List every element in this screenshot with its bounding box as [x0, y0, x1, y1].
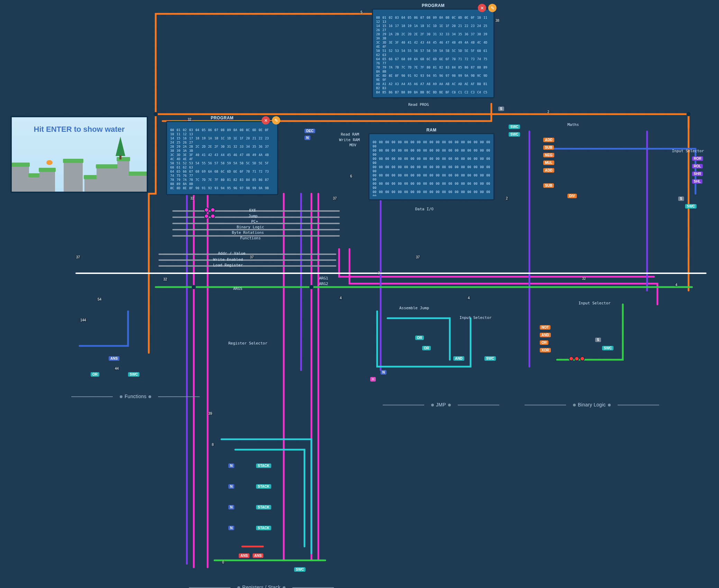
chip-and[interactable]: AND	[453, 356, 464, 361]
chip-ans[interactable]: ANS	[253, 553, 263, 558]
chip-swc[interactable]: SWC	[128, 372, 139, 377]
chip-swc[interactable]: SWC	[484, 356, 496, 361]
chip-n[interactable]: N	[381, 370, 386, 375]
chip-ror[interactable]: ROR	[692, 156, 703, 161]
chip-n[interactable]: N	[228, 505, 234, 509]
svg-point-1	[686, 112, 691, 116]
chip-sub[interactable]: SUB	[543, 183, 554, 188]
svg-point-3	[309, 285, 313, 289]
game-preview: Hit ENTER to show water	[10, 116, 148, 193]
bus-label: Byte Rotations	[232, 230, 264, 235]
bus-label: Maths	[567, 122, 579, 127]
chip-n[interactable]: N	[228, 484, 234, 489]
game-message: Hit ENTER to show water	[12, 125, 147, 134]
hex-grid-left: 00 01 02 03 04 05 06 07 08 09 0A 0B 0C 0…	[170, 128, 274, 191]
wire-number: 4	[675, 283, 678, 287]
bus-label: Register Selector	[228, 341, 267, 346]
edit-button[interactable]: ✎	[488, 4, 497, 12]
bus-label: ARGS	[233, 286, 243, 291]
bus-label: Assemble Jump	[399, 306, 429, 310]
svg-point-0	[154, 112, 158, 116]
chip-div[interactable]: DIV	[567, 194, 577, 198]
chip-add[interactable]: ADD	[543, 138, 554, 142]
delete-button[interactable]: ✕	[262, 116, 270, 125]
bus-label: Addr / Value	[218, 251, 245, 256]
chip-shl[interactable]: SHL	[692, 179, 702, 184]
panel-title: RAM	[427, 128, 437, 132]
chip-s[interactable]: S	[678, 196, 684, 201]
chip-add[interactable]: ADD	[543, 168, 554, 173]
program-panel-left[interactable]: PROGRAM ✕ ✎ 00 01 02 03 04 05 06 07 08 0…	[166, 121, 278, 195]
chip-s[interactable]: S	[498, 107, 504, 111]
chip-or[interactable]: OR	[422, 346, 431, 350]
wire-number: 38	[495, 19, 500, 22]
section-label-functions: Functions	[118, 394, 153, 399]
wire-number: 5	[360, 10, 363, 14]
section-label-registers: Registers / Stack	[235, 585, 288, 588]
wire-number: 44	[114, 367, 119, 370]
close-icon: ✕	[480, 6, 484, 11]
wire-number: 32	[163, 277, 168, 281]
chip-eq[interactable]: =	[370, 377, 376, 382]
bus-label: MOV	[349, 143, 356, 147]
bus-label: EXE	[249, 208, 256, 213]
chip-n[interactable]: N	[228, 526, 234, 530]
close-icon: ✕	[264, 118, 268, 123]
chip-swc[interactable]: SWC	[685, 204, 697, 209]
hex-grid-top: 00 01 02 03 04 05 06 07 08 09 0A 0B 0C 0…	[376, 16, 490, 94]
wire-number: 2	[547, 110, 550, 114]
wire-number: 6	[349, 174, 353, 178]
chip-s[interactable]: S	[595, 338, 601, 342]
bus-label: Write RAM	[339, 138, 360, 142]
chip-mul[interactable]: MUL	[543, 160, 554, 165]
section-label-binarylogic: Binary Logic	[571, 402, 613, 407]
chip-stack[interactable]: STACK	[256, 526, 271, 530]
chip-sub[interactable]: SUB	[543, 145, 554, 150]
bus-label: Read PROG	[408, 102, 429, 107]
chip-xor[interactable]: XOR	[540, 348, 551, 352]
chip-ans[interactable]: ANS	[109, 356, 119, 361]
chip-ans[interactable]: ANS	[239, 553, 249, 558]
chip-or[interactable]: OR	[91, 372, 99, 377]
chip-swc[interactable]: SWC	[509, 132, 520, 137]
chip-and[interactable]: AND	[540, 333, 551, 337]
bus-label: Write Enabled	[213, 257, 243, 262]
ram-panel[interactable]: RAM 00 00 00 00 00 00 00 00 00 00 00 00 …	[368, 133, 494, 200]
chip-swc[interactable]: SWC	[602, 346, 613, 350]
chip-n[interactable]: N	[228, 463, 234, 468]
program-panel-top[interactable]: PROGRAM ✕ ✎ 00 01 02 03 04 05 06 07 08 0…	[372, 9, 494, 98]
bus-label: Data I/O	[415, 207, 434, 211]
edit-button[interactable]: ✎	[272, 116, 280, 125]
chip-stack[interactable]: STACK	[256, 463, 271, 468]
chip-n[interactable]: N	[304, 136, 310, 140]
pencil-icon: ✎	[274, 118, 278, 123]
chip-shr[interactable]: SHR	[692, 172, 703, 176]
wire-number: 32	[190, 196, 195, 200]
wire-number: 32	[581, 277, 586, 281]
bus-label: PC+	[251, 219, 258, 224]
chip-not[interactable]: NOT	[540, 325, 550, 330]
chip-neg[interactable]: NEG	[543, 153, 554, 157]
wire-number: 4	[467, 296, 471, 300]
panel-title: PROGRAM	[211, 116, 234, 120]
hex-grid-ram: 00 00 00 00 00 00 00 00 00 00 00 00 00 0…	[373, 140, 490, 196]
bus-label: ARG2	[319, 282, 328, 286]
bus-label: Input Selector	[579, 301, 611, 305]
bus-label: Jump	[248, 214, 258, 218]
bus-label: Read RAM	[341, 132, 359, 137]
chip-or[interactable]: OR	[540, 340, 548, 345]
wire-number: 2	[505, 196, 509, 200]
chip-stack[interactable]: STACK	[256, 505, 271, 509]
bus-label: ARG1	[319, 276, 328, 281]
wire-number: 37	[415, 255, 420, 259]
chip-swc[interactable]: SWC	[509, 125, 520, 129]
bus-label: Input Selector	[459, 315, 492, 320]
chip-dec[interactable]: DEC	[304, 129, 315, 133]
chip-stack[interactable]: STACK	[256, 484, 271, 489]
wire-number: 39	[208, 412, 213, 415]
chip-swc[interactable]: SWC	[294, 567, 306, 572]
chip-or[interactable]: OR	[415, 336, 424, 340]
delete-button[interactable]: ✕	[478, 4, 486, 12]
chip-rol[interactable]: ROL	[692, 164, 703, 168]
wire-number: 37	[332, 196, 337, 200]
